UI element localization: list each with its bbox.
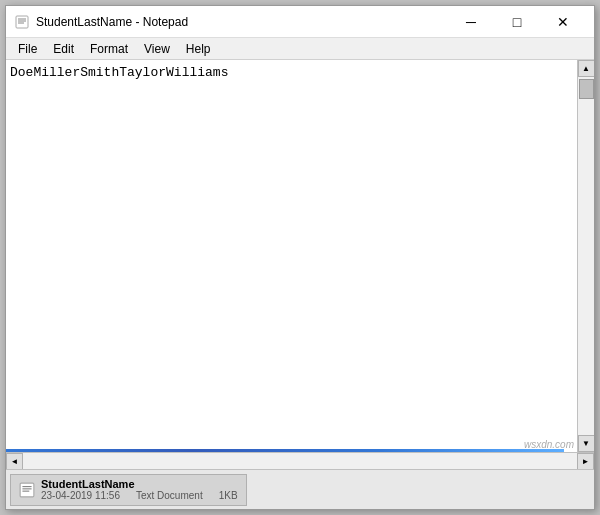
taskbar-item-studentlastname[interactable]: StudentLastName 23-04-2019 11:56 Text Do…: [10, 474, 247, 506]
scroll-thumb-v[interactable]: [579, 79, 594, 99]
vertical-scrollbar[interactable]: ▲ ▼: [577, 60, 594, 452]
scroll-left-arrow[interactable]: ◄: [6, 453, 23, 470]
scroll-track-v[interactable]: [578, 77, 595, 435]
taskbar-file-name: StudentLastName: [41, 478, 238, 490]
menu-item-file[interactable]: File: [10, 39, 45, 59]
menu-item-edit[interactable]: Edit: [45, 39, 82, 59]
title-bar: StudentLastName - Notepad ─ □ ✕: [6, 6, 594, 38]
watermark: wsxdn.com: [524, 439, 574, 450]
svg-rect-0: [16, 16, 28, 28]
taskbar-date: 23-04-2019 11:56: [41, 490, 120, 501]
svg-rect-4: [20, 483, 34, 497]
menu-item-help[interactable]: Help: [178, 39, 219, 59]
editor-container: wsxdn.com ▲ ▼: [6, 60, 594, 452]
taskbar-item-content: StudentLastName 23-04-2019 11:56 Text Do…: [41, 478, 238, 501]
window-title: StudentLastName - Notepad: [36, 15, 448, 29]
notepad-window: StudentLastName - Notepad ─ □ ✕ File Edi…: [5, 5, 595, 510]
taskbar-type: Text Document: [136, 490, 203, 501]
blue-line-decoration: [6, 449, 564, 452]
taskbar-meta: 23-04-2019 11:56 Text Document 1KB: [41, 490, 238, 501]
close-button[interactable]: ✕: [540, 6, 586, 38]
menu-item-format[interactable]: Format: [82, 39, 136, 59]
menu-bar: File Edit Format View Help: [6, 38, 594, 60]
scroll-down-arrow[interactable]: ▼: [578, 435, 595, 452]
text-editor[interactable]: [6, 60, 577, 452]
scroll-track-h[interactable]: [23, 453, 577, 470]
scroll-right-arrow[interactable]: ►: [577, 453, 594, 470]
menu-item-view[interactable]: View: [136, 39, 178, 59]
horizontal-scrollbar[interactable]: ◄ ►: [6, 452, 594, 469]
maximize-button[interactable]: □: [494, 6, 540, 38]
taskbar-size: 1KB: [219, 490, 238, 501]
scroll-up-arrow[interactable]: ▲: [578, 60, 595, 77]
app-icon: [14, 14, 30, 30]
taskbar-icon: [19, 482, 35, 498]
minimize-button[interactable]: ─: [448, 6, 494, 38]
window-controls: ─ □ ✕: [448, 6, 586, 38]
taskbar: StudentLastName 23-04-2019 11:56 Text Do…: [6, 469, 594, 509]
